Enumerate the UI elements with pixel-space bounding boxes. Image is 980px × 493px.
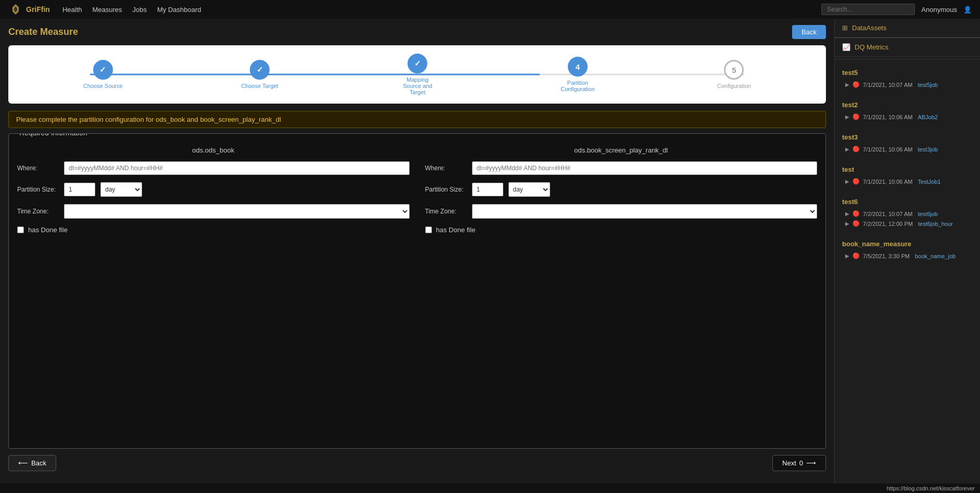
sidebar-group-title-test5[interactable]: test5 xyxy=(835,66,980,80)
job-icon: 🔴 xyxy=(852,178,860,185)
nav-right: Anonymous 👤 xyxy=(821,4,972,15)
right-partition-unit[interactable]: day hour month xyxy=(508,182,550,197)
logo-text: GriFfin xyxy=(26,5,50,14)
step-1: ✓ Choose Source xyxy=(83,60,123,89)
arrow-icon: ▶ xyxy=(845,114,849,120)
required-info-title: Required Information xyxy=(16,133,91,137)
data-assets-label: DataAssets xyxy=(852,24,886,32)
job-icon: 🔴 xyxy=(852,81,860,88)
nav-dashboard[interactable]: My Dashboard xyxy=(157,6,201,14)
job-name[interactable]: test6job_hour xyxy=(918,221,953,227)
left-timezone-select[interactable] xyxy=(64,204,410,219)
sidebar-group-title-test2[interactable]: test2 xyxy=(835,98,980,112)
job-date: 7/1/2021, 10:07 AM xyxy=(863,82,912,88)
right-col-title: ods.book_screen_play_rank_dl xyxy=(425,146,818,154)
nav-measures[interactable]: Measures xyxy=(92,6,122,14)
back-label: Back xyxy=(31,459,46,467)
arrow-icon: ▶ xyxy=(845,221,849,226)
right-sidebar: ⊞ DataAssets 📈 DQ Metrics test5 ▶ 🔴 7/1/… xyxy=(834,19,980,484)
job-date: 7/2/2021, 10:07 AM xyxy=(863,211,912,217)
right-partition-label: Partition Size: xyxy=(425,186,467,193)
job-name[interactable]: TestJob1 xyxy=(918,179,940,185)
left-where-input[interactable] xyxy=(64,161,410,175)
job-date: 7/1/2021, 10:06 AM xyxy=(863,179,912,185)
step-5-circle: 5 xyxy=(724,60,744,80)
sidebar-group-title-test[interactable]: test xyxy=(835,162,980,176)
right-where-input[interactable] xyxy=(472,161,818,175)
sidebar-group-title-book[interactable]: book_name_measure xyxy=(835,237,980,251)
sidebar-job-row: ▶ 🔴 7/1/2021, 10:07 AM test5job xyxy=(835,80,980,90)
back-button-top[interactable]: Back xyxy=(792,25,826,39)
back-icon: ⟵ xyxy=(18,459,28,467)
left-partition-unit[interactable]: day hour month xyxy=(100,182,142,197)
dq-metrics-header[interactable]: 📈 DQ Metrics xyxy=(835,37,980,57)
left-partition-num[interactable] xyxy=(64,183,95,196)
arrow-icon: ▶ xyxy=(845,253,849,259)
right-hasdone-checkbox[interactable] xyxy=(425,226,432,233)
data-assets-icon: ⊞ xyxy=(842,24,848,32)
arrow-icon: ▶ xyxy=(845,211,849,217)
sidebar-group-title-test3[interactable]: test3 xyxy=(835,130,980,144)
content-area: Create Measure Back ✓ Choose Source ✓ Ch… xyxy=(0,19,834,484)
nav-health[interactable]: Health xyxy=(62,6,82,14)
right-where-row: Where: xyxy=(425,161,818,175)
arrow-icon: ▶ xyxy=(845,179,849,184)
arrow-icon: ▶ xyxy=(845,82,849,87)
job-date: 7/2/2021, 12:00 PM xyxy=(863,221,913,227)
right-partition-row: Partition Size: day hour month xyxy=(425,182,818,197)
right-timezone-row: Time Zone: xyxy=(425,204,818,219)
logo: GriFfin xyxy=(8,2,50,17)
step-4-circle: 4 xyxy=(568,57,588,77)
step-2-circle: ✓ xyxy=(250,60,270,80)
job-date: 7/1/2021, 10:06 AM xyxy=(863,114,912,120)
step-2-label: Choose Target xyxy=(241,83,278,89)
left-hasdone-checkbox[interactable] xyxy=(17,226,24,233)
sidebar-job-row: ▶ 🔴 7/5/2021, 3:30 PM book_name_job xyxy=(835,251,980,261)
search-input[interactable] xyxy=(821,4,915,15)
left-timezone-label: Time Zone: xyxy=(17,208,59,215)
job-icon: 🔴 xyxy=(852,210,860,217)
user-icon: 👤 xyxy=(963,6,972,14)
next-icon: ⟶ xyxy=(806,459,816,467)
sidebar-group-test: test ▶ 🔴 7/1/2021, 10:06 AM TestJob1 xyxy=(835,158,980,191)
sidebar-group-title-test6[interactable]: test6 xyxy=(835,195,980,209)
right-hasdone-label: has Done file xyxy=(436,226,476,234)
back-button-bottom[interactable]: ⟵ Back xyxy=(8,455,56,471)
job-name[interactable]: ABJob2 xyxy=(918,114,938,120)
sidebar-group-test2: test2 ▶ 🔴 7/1/2021, 10:06 AM ABJob2 xyxy=(835,94,980,126)
sidebar-group-book-name-measure: book_name_measure ▶ 🔴 7/5/2021, 3:30 PM … xyxy=(835,233,980,265)
step-1-label: Choose Source xyxy=(83,83,123,89)
header-row: Create Measure Back xyxy=(8,25,826,39)
left-hasdone-label: has Done file xyxy=(28,226,68,234)
next-button[interactable]: Next 0 ⟶ xyxy=(772,455,826,471)
job-name[interactable]: book_name_job xyxy=(915,253,956,259)
left-where-row: Where: xyxy=(17,161,410,175)
left-partition-row: Partition Size: day hour month xyxy=(17,182,410,197)
right-timezone-select[interactable] xyxy=(472,204,818,219)
job-icon: 🔴 xyxy=(852,220,860,227)
job-name[interactable]: test5job xyxy=(918,82,938,88)
required-info-box: Required Information ods.ods_book Where:… xyxy=(8,133,826,449)
nav-jobs[interactable]: Jobs xyxy=(133,6,147,14)
left-partition-label: Partition Size: xyxy=(17,186,59,193)
right-partition-num[interactable] xyxy=(472,183,503,196)
job-icon: 🔴 xyxy=(852,146,860,153)
job-name[interactable]: test6job xyxy=(918,211,938,217)
main-layout: Create Measure Back ✓ Choose Source ✓ Ch… xyxy=(0,19,980,484)
step-1-circle: ✓ xyxy=(93,60,113,80)
step-5-label: Configuration xyxy=(717,83,751,89)
right-hasdone-row: has Done file xyxy=(425,226,818,234)
left-column: ods.ods_book Where: Partition Size: day … xyxy=(17,146,410,234)
step-4-label: Partition Configuration xyxy=(557,80,599,92)
nav-links: Health Measures Jobs My Dashboard xyxy=(62,6,821,14)
job-name[interactable]: test3job xyxy=(918,146,938,153)
next-label: Next xyxy=(782,459,796,467)
left-where-label: Where: xyxy=(17,165,59,172)
step-3-circle: ✓ xyxy=(408,54,427,73)
left-col-title: ods.ods_book xyxy=(17,146,410,154)
top-nav: GriFfin Health Measures Jobs My Dashboar… xyxy=(0,0,980,19)
data-assets-header[interactable]: ⊞ DataAssets xyxy=(835,19,980,37)
user-label: Anonymous xyxy=(921,6,957,14)
step-3: ✓ Mapping Source and Target xyxy=(397,54,438,95)
two-columns: ods.ods_book Where: Partition Size: day … xyxy=(17,146,817,234)
